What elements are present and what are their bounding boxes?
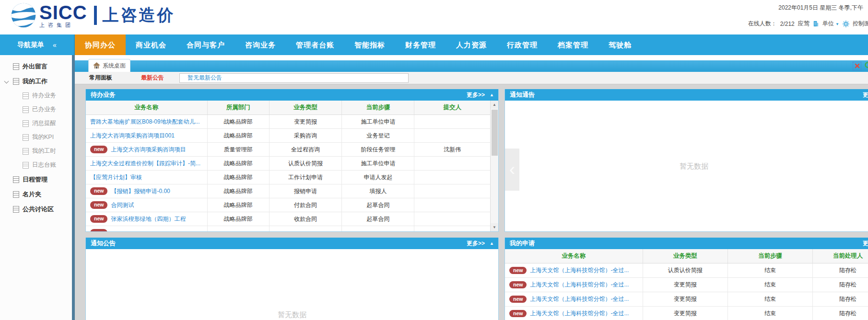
panel-todo-more-link[interactable]: 更多>> xyxy=(467,89,485,101)
panel-myapply-body: 业务名称业务类型当前步骤当前处理人 new上海天文馆（上海科技馆分馆）-全过..… xyxy=(505,249,868,320)
tab-system-desktop[interactable]: 系统桌面 xyxy=(88,59,130,72)
nav-tab-协同办公[interactable]: 协同办公 xyxy=(75,34,126,55)
unit-selector[interactable]: 单位 ▼ xyxy=(822,20,839,28)
item-link[interactable]: 上海交大咨询项采购咨询项目 xyxy=(111,146,186,154)
sidebar-item-日志台账[interactable]: 日志台账 xyxy=(0,158,72,172)
sidebar-collapse-icon[interactable]: « xyxy=(53,41,57,49)
sidebar-item-label: 名片夹 xyxy=(23,190,41,199)
new-badge: new xyxy=(509,310,527,318)
scroll-down-icon[interactable]: ▼ xyxy=(491,223,498,231)
panel-notice: 通知通告 更多>> ‹ 暂无数据 xyxy=(504,89,868,232)
scroll-up-icon[interactable]: ▲ xyxy=(491,101,498,109)
sidebar-item-已办业务[interactable]: 已办业务 xyxy=(0,103,72,116)
nav-tab-行政管理[interactable]: 行政管理 xyxy=(497,34,548,55)
doc-icon xyxy=(13,78,19,85)
nav-tab-档案管理[interactable]: 档案管理 xyxy=(548,34,598,55)
table-row[interactable]: new上海天文馆（上海科技馆分馆）-全过...变更简报结束陆存松 xyxy=(505,278,868,292)
scrollbar-thumb[interactable] xyxy=(492,110,498,156)
table-row[interactable]: new上海交大咨询项采购咨询项目质量管理部全过程咨询阶段任务管理沈新伟 xyxy=(86,143,490,157)
control-panel-link[interactable]: 控制面板 xyxy=(853,20,868,28)
myapply-table-rows: new上海天文馆（上海科技馆分馆）-全过...认质认价简报结束陆存松new上海天… xyxy=(505,263,868,320)
refresh-icon[interactable] xyxy=(864,61,868,70)
item-link[interactable]: 曹路大基地南扩展区B08-09地块配套幼儿... xyxy=(90,118,200,126)
cell-step xyxy=(342,226,414,231)
nav-tab-商业机会[interactable]: 商业机会 xyxy=(126,34,176,55)
nav-tab-管理者台账[interactable]: 管理者台账 xyxy=(286,34,344,55)
cell-name: 上海交大咨询项采购咨询项目001 xyxy=(86,129,208,142)
sidebar-item-label: 外出留言 xyxy=(23,62,47,71)
nav-tab-咨询业务[interactable]: 咨询业务 xyxy=(235,34,286,55)
cell-name: new xyxy=(86,226,208,231)
cell-step: 填报人 xyxy=(342,184,414,198)
item-link[interactable]: 上海天文馆（上海科技馆分馆）-全过... xyxy=(530,309,629,318)
panel-announce-more-link[interactable]: 更多>> xyxy=(467,238,485,249)
close-icon[interactable] xyxy=(853,62,861,70)
sidebar-item-消息提醒[interactable]: 消息提醒 xyxy=(0,116,72,130)
sidebar-item-我的KPI[interactable]: 我的KPI xyxy=(0,130,72,144)
panel-notice-more-link[interactable]: 更多>> xyxy=(863,89,868,101)
item-link[interactable]: 【应莺月计划】审核 xyxy=(90,173,142,182)
notice-marquee-box[interactable]: 暂无最新公告 xyxy=(179,73,409,83)
table-row[interactable]: new【报销】报销申请-0.00战略品牌部报销申请填报人 xyxy=(86,184,490,198)
panel-collapse-icon[interactable]: ▲ xyxy=(490,238,494,249)
nav-tab-人力资源[interactable]: 人力资源 xyxy=(446,34,497,55)
table-row[interactable]: 曹路大基地南扩展区B08-09地块配套幼儿...战略品牌部变更简报施工单位申请 xyxy=(86,115,490,129)
cell-step: 申请人发起 xyxy=(342,171,414,184)
panel-collapse-icon[interactable]: ▲ xyxy=(490,89,494,101)
table-row[interactable]: new上海天文馆（上海科技馆分馆）-全过...变更简报结束陆存松 xyxy=(505,292,868,307)
cell-name: new合同测试 xyxy=(86,198,208,212)
building-icon xyxy=(813,21,819,27)
item-link[interactable]: 上海天文馆（上海科技馆分馆）-全过... xyxy=(530,266,629,274)
nav-tab-合同与客户[interactable]: 合同与客户 xyxy=(176,34,235,55)
table-row[interactable]: 【应莺月计划】审核战略品牌部工作计划申请申请人发起 xyxy=(86,171,490,184)
sidebar-item-我的工作[interactable]: 我的工作 xyxy=(0,74,72,89)
item-link[interactable]: 上海天文馆（上海科技馆分馆）-全过... xyxy=(530,281,629,289)
panel-todo-title: 待办业务 xyxy=(91,91,116,99)
table-row[interactable]: new xyxy=(86,226,490,231)
sidebar-item-日程管理[interactable]: 日程管理 xyxy=(0,172,72,187)
logo: SICC 上咨集团 上咨造价 xyxy=(11,2,176,28)
cell-type: 认质认价简报 xyxy=(270,157,342,170)
column-header: 当前步骤 xyxy=(728,249,813,263)
panel-announce-title: 通知公告 xyxy=(91,239,116,248)
table-row[interactable]: 上海交大全过程造价控制【跟踪审计】-简...战略品牌部认质认价简报施工单位申请 xyxy=(86,157,490,171)
item-link[interactable]: 上海交大全过程造价控制【跟踪审计】-简... xyxy=(90,160,200,168)
sidebar-item-外出留言[interactable]: 外出留言 xyxy=(0,59,72,74)
username[interactable]: 应莺 xyxy=(798,20,809,28)
table-row[interactable]: new合同测试战略品牌部付款合同起草合同 xyxy=(86,198,490,212)
nav-menu-header: 导航菜单 « xyxy=(0,34,75,55)
table-row[interactable]: 上海交大咨询项采购咨询项目001战略品牌部采购咨询业务登记 xyxy=(86,129,490,143)
todo-scrollbar[interactable]: ▲ ▼ xyxy=(490,101,498,231)
nav-tab-财务管理[interactable]: 财务管理 xyxy=(395,34,446,55)
item-link[interactable]: 上海天文馆（上海科技馆分馆）-全过... xyxy=(530,295,629,303)
sidebar-item-名片夹[interactable]: 名片夹 xyxy=(0,187,72,202)
cell-name: 曹路大基地南扩展区B08-09地块配套幼儿... xyxy=(86,115,208,128)
cell-type: 收款合同 xyxy=(270,212,342,226)
item-link[interactable]: 上海交大咨询项采购咨询项目001 xyxy=(90,132,175,140)
table-row[interactable]: new张家浜楔形绿地（四期）工程战略品牌部收款合同起草合同 xyxy=(86,212,490,226)
sidebar-item-待办业务[interactable]: 待办业务 xyxy=(0,89,72,103)
cell-name: new【报销】报销申请-0.00 xyxy=(86,184,208,198)
sidebar-item-label: 消息提醒 xyxy=(32,119,56,127)
cell-type: 采购咨询 xyxy=(270,129,342,142)
cell-step: 阶段任务管理 xyxy=(342,143,414,156)
panel-myapply-more-link[interactable]: 更多>> xyxy=(863,238,868,249)
table-row[interactable]: new上海天文馆（上海科技馆分馆）-全过...变更简报结束陆存松 xyxy=(505,307,868,320)
item-link[interactable]: 【报销】报销申请-0.00 xyxy=(111,187,170,195)
panel-announce-body: 暂无数据 xyxy=(86,249,498,320)
table-row[interactable]: new上海天文馆（上海科技馆分馆）-全过...认质认价简报结束陆存松 xyxy=(505,263,868,278)
latest-notice-tab[interactable]: 最新公告 xyxy=(141,74,164,82)
todo-table-header: 业务名称所属部门业务类型当前步骤提交人 xyxy=(86,101,490,115)
item-link[interactable]: 合同测试 xyxy=(111,201,134,209)
sidebar-item-公共讨论区[interactable]: 公共讨论区 xyxy=(0,202,72,217)
cell-handler: 陆存松 xyxy=(813,278,868,292)
carousel-prev-icon[interactable]: ‹ xyxy=(505,149,519,191)
nav-tab-驾驶舱[interactable]: 驾驶舱 xyxy=(598,34,642,55)
nav-tab-智能指标[interactable]: 智能指标 xyxy=(344,34,395,55)
sidebar-item-我的工时[interactable]: 我的工时 xyxy=(0,144,72,158)
common-panel-label[interactable]: 常用面板 xyxy=(89,74,112,82)
cell-type: 全过程咨询 xyxy=(270,143,342,156)
cell-name: 【应莺月计划】审核 xyxy=(86,171,208,184)
item-link[interactable]: 张家浜楔形绿地（四期）工程 xyxy=(111,215,186,223)
gear-icon[interactable] xyxy=(843,21,849,27)
